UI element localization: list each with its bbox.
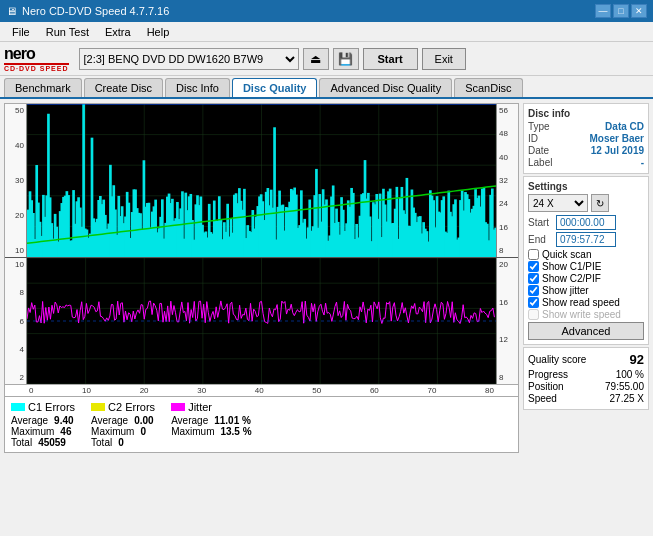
show-c2pif-label: Show C2/PIF bbox=[542, 273, 601, 284]
label-key: Label bbox=[528, 157, 552, 168]
date-key: Date bbox=[528, 145, 549, 156]
c1-total-val: 45059 bbox=[38, 437, 66, 448]
menu-run-test[interactable]: Run Test bbox=[38, 25, 97, 39]
show-read-speed-checkbox[interactable] bbox=[528, 297, 539, 308]
start-button[interactable]: Start bbox=[363, 48, 418, 70]
quality-score-label: Quality score bbox=[528, 354, 586, 365]
y-top-r2: 48 bbox=[499, 129, 516, 138]
id-key: ID bbox=[528, 133, 538, 144]
y-top-l2: 40 bbox=[7, 141, 24, 150]
titlebar-controls: — □ ✕ bbox=[595, 4, 647, 18]
maximize-button[interactable]: □ bbox=[613, 4, 629, 18]
settings-panel: Settings 24 X 8 X 16 X 32 X Max ↻ Start … bbox=[523, 176, 649, 345]
eject-button[interactable]: ⏏ bbox=[303, 48, 329, 70]
y-bot-r2: 16 bbox=[499, 298, 516, 307]
y-bot-l4: 4 bbox=[7, 345, 24, 354]
y-top-r1: 56 bbox=[499, 106, 516, 115]
c2-avg-label: Average bbox=[91, 415, 128, 426]
jitter-legend: Jitter Average 11.01 % Maximum 13.5 % bbox=[171, 401, 251, 448]
end-time-label: End bbox=[528, 234, 556, 245]
start-time-val: 000:00.00 bbox=[556, 215, 616, 230]
tab-scandisc[interactable]: ScanDisc bbox=[454, 78, 522, 97]
c2-legend-color bbox=[91, 403, 105, 411]
menu-file[interactable]: File bbox=[4, 25, 38, 39]
progress-label: Progress bbox=[528, 369, 568, 380]
app-title: Nero CD-DVD Speed 4.7.7.16 bbox=[22, 5, 169, 17]
c2pif-row: Show C2/PIF bbox=[528, 273, 644, 284]
advanced-button[interactable]: Advanced bbox=[528, 322, 644, 340]
y-top-r7: 8 bbox=[499, 246, 516, 255]
c1-legend-color bbox=[11, 403, 25, 411]
c1-total-label: Total bbox=[11, 437, 32, 448]
speed-label: Speed bbox=[528, 393, 557, 404]
c2-max-label: Maximum bbox=[91, 426, 134, 437]
y-bot-l2: 8 bbox=[7, 288, 24, 297]
drive-select[interactable]: [2:3] BENQ DVD DD DW1620 B7W9 bbox=[79, 48, 299, 70]
tab-create-disc[interactable]: Create Disc bbox=[84, 78, 163, 97]
bottom-chart-canvas bbox=[27, 258, 496, 384]
exit-button[interactable]: Exit bbox=[422, 48, 466, 70]
y-top-l3: 30 bbox=[7, 176, 24, 185]
speed-val: 27.25 X bbox=[610, 393, 644, 404]
y-bot-l1: 10 bbox=[7, 260, 24, 269]
titlebar-title: 🖥 Nero CD-DVD Speed 4.7.7.16 bbox=[6, 5, 169, 17]
y-top-r6: 16 bbox=[499, 223, 516, 232]
y-bot-r1: 20 bbox=[499, 260, 516, 269]
date-val: 12 Jul 2019 bbox=[591, 145, 644, 156]
quick-scan-row: Quick scan bbox=[528, 249, 644, 260]
tab-benchmark[interactable]: Benchmark bbox=[4, 78, 82, 97]
jitter-legend-label: Jitter bbox=[188, 401, 212, 413]
y-top-l5: 10 bbox=[7, 246, 24, 255]
y-top-l1: 50 bbox=[7, 106, 24, 115]
show-read-speed-label: Show read speed bbox=[542, 297, 620, 308]
y-bot-r4: 8 bbox=[499, 373, 516, 382]
tab-disc-info[interactable]: Disc Info bbox=[165, 78, 230, 97]
type-val: Data CD bbox=[605, 121, 644, 132]
c1-avg-label: Average bbox=[11, 415, 48, 426]
top-chart-canvas bbox=[27, 104, 496, 257]
c1-avg-val: 9.40 bbox=[54, 415, 73, 426]
y-top-l4: 20 bbox=[7, 211, 24, 220]
c2-avg-val: 0.00 bbox=[134, 415, 153, 426]
nero-logo-text: nero bbox=[4, 45, 69, 63]
position-val: 79:55.00 bbox=[605, 381, 644, 392]
show-jitter-checkbox[interactable] bbox=[528, 285, 539, 296]
toolbar: nero CD·DVD SPEED [2:3] BENQ DVD DD DW16… bbox=[0, 42, 653, 76]
position-label: Position bbox=[528, 381, 564, 392]
show-c1pie-checkbox[interactable] bbox=[528, 261, 539, 272]
show-c2pif-checkbox[interactable] bbox=[528, 273, 539, 284]
c2-max-val: 0 bbox=[140, 426, 146, 437]
tab-disc-quality[interactable]: Disc Quality bbox=[232, 78, 318, 97]
y-bot-l3: 6 bbox=[7, 317, 24, 326]
close-button[interactable]: ✕ bbox=[631, 4, 647, 18]
jitter-avg-val: 11.01 % bbox=[214, 415, 251, 426]
y-top-r4: 32 bbox=[499, 176, 516, 185]
nero-logo-area: nero CD·DVD SPEED bbox=[4, 45, 69, 72]
progress-val: 100 % bbox=[616, 369, 644, 380]
refresh-button[interactable]: ↻ bbox=[591, 194, 609, 212]
c2-total-label: Total bbox=[91, 437, 112, 448]
settings-label: Settings bbox=[528, 181, 644, 192]
jitter-avg-label: Average bbox=[171, 415, 208, 426]
end-time-val: 079:57.72 bbox=[556, 232, 616, 247]
quality-panel: Quality score 92 Progress 100 % Position… bbox=[523, 347, 649, 410]
menu-help[interactable]: Help bbox=[139, 25, 178, 39]
tab-advanced-disc-quality[interactable]: Advanced Disc Quality bbox=[319, 78, 452, 97]
minimize-button[interactable]: — bbox=[595, 4, 611, 18]
titlebar: 🖥 Nero CD-DVD Speed 4.7.7.16 — □ ✕ bbox=[0, 0, 653, 22]
quick-scan-label: Quick scan bbox=[542, 249, 591, 260]
app-icon: 🖥 bbox=[6, 5, 17, 17]
jitter-max-label: Maximum bbox=[171, 426, 214, 437]
x-axis-labels: 01020304050607080 bbox=[4, 385, 519, 397]
c2-legend: C2 Errors Average 0.00 Maximum 0 Total 0 bbox=[91, 401, 155, 448]
c2-total-val: 0 bbox=[118, 437, 124, 448]
read-speed-row: Show read speed bbox=[528, 297, 644, 308]
speed-select[interactable]: 24 X 8 X 16 X 32 X Max bbox=[528, 194, 588, 212]
c1-max-label: Maximum bbox=[11, 426, 54, 437]
write-speed-row: Show write speed bbox=[528, 309, 644, 320]
save-button[interactable]: 💾 bbox=[333, 48, 359, 70]
menu-extra[interactable]: Extra bbox=[97, 25, 139, 39]
quick-scan-checkbox[interactable] bbox=[528, 249, 539, 260]
start-time-label: Start bbox=[528, 217, 556, 228]
quality-score-val: 92 bbox=[630, 352, 644, 367]
